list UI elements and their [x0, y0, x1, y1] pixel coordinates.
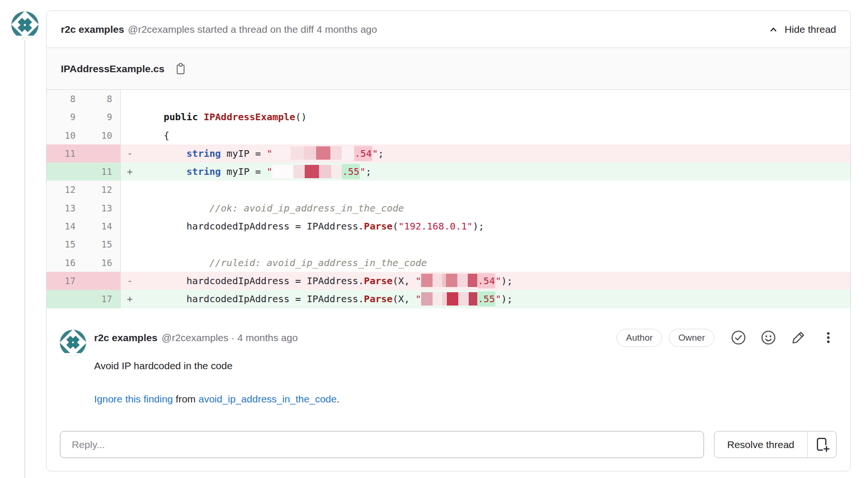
new-line-number[interactable]: 16: [84, 254, 121, 272]
code-token: IPAddressExample: [203, 111, 295, 123]
old-line-number[interactable]: [47, 163, 84, 181]
avatar-diamond: [72, 341, 80, 349]
old-line-number[interactable]: 15: [47, 235, 84, 253]
old-line-number[interactable]: 17: [47, 272, 84, 290]
new-line-number[interactable]: 12: [84, 181, 121, 199]
code-token: ": [495, 275, 501, 287]
diff-row: 88: [47, 90, 850, 108]
code-token: Parse: [364, 275, 393, 287]
author-badge: Author: [617, 329, 662, 347]
code-token: myIP =: [221, 166, 267, 177]
file-name: IPAddressExample.cs: [61, 63, 164, 75]
comment-author-avatar[interactable]: [60, 330, 86, 356]
code-token: ": [267, 148, 272, 159]
discussion-page: r2c examples@r2cexamples started a threa…: [0, 0, 868, 478]
thread-title: r2c examples@r2cexamples started a threa…: [61, 24, 377, 35]
code-line: //ok: avoid_ip_address_in_the_code: [141, 199, 850, 217]
diff-marker: [121, 199, 141, 217]
diff-row: 1616 //ruleid: avoid_ip_address_in_the_c…: [47, 254, 850, 272]
code-line: //ruleid: avoid_ip_address_in_the_code: [141, 254, 850, 272]
code-token: hardcodedIpAddress = IPAddress.: [141, 220, 364, 232]
new-line-number[interactable]: 11: [84, 163, 121, 181]
resolve-thread-button[interactable]: Resolve thread: [714, 431, 837, 458]
smiley-icon: [761, 330, 776, 345]
diff-marker: +: [121, 163, 141, 181]
thread-header: r2c examples@r2cexamples started a threa…: [47, 11, 850, 48]
diff-row: 1414 hardcodedIpAddress = IPAddress.Pars…: [47, 217, 850, 235]
code-token: string: [186, 166, 221, 177]
ignore-finding-line: Ignore this finding from avoid_ip_addres…: [94, 393, 837, 405]
new-line-number[interactable]: [84, 272, 121, 290]
copy-file-path-button[interactable]: [173, 61, 188, 76]
code-line: [141, 235, 850, 253]
resolve-check-button[interactable]: [731, 330, 746, 345]
old-line-number[interactable]: 16: [47, 254, 84, 272]
old-line-number[interactable]: 12: [47, 181, 84, 199]
comment-badges: Author Owner: [617, 329, 714, 347]
code-line: hardcodedIpAddress = IPAddress.Parse(X, …: [141, 272, 850, 290]
code-token: [198, 111, 203, 123]
code-token: //ok: avoid_ip_address_in_the_code: [141, 202, 404, 214]
diff-marker: [121, 235, 141, 253]
new-line-number[interactable]: 9: [84, 108, 121, 126]
avatar-diamond: [24, 23, 32, 32]
new-line-number[interactable]: 8: [84, 90, 121, 108]
kebab-menu-icon: [820, 330, 836, 345]
old-line-number[interactable]: 11: [47, 144, 84, 163]
old-line-number[interactable]: 13: [47, 199, 84, 217]
hide-thread-button[interactable]: Hide thread: [768, 24, 836, 35]
code-line: [141, 90, 850, 108]
code-token: hardcodedIpAddress = IPAddress.: [141, 293, 364, 305]
rule-link[interactable]: avoid_ip_address_in_the_code: [198, 393, 337, 404]
new-line-number[interactable]: 14: [84, 217, 121, 235]
comment-meta: @r2cexamples · 4 months ago: [162, 332, 298, 344]
diff-row: 17+ hardcodedIpAddress = IPAddress.Parse…: [47, 290, 850, 308]
chevron-up-icon: [768, 24, 779, 35]
code-token: "192.168.0.1": [398, 220, 473, 232]
code-token: Parse: [364, 293, 393, 305]
diff-marker: [121, 108, 141, 126]
diff-row: 11+ string myIP = ".55";: [47, 163, 850, 181]
create-issue-from-thread-button[interactable]: [808, 431, 836, 458]
edit-comment-button[interactable]: [791, 330, 806, 345]
comment: r2c examples @r2cexamples · 4 months ago…: [47, 329, 850, 405]
code-token: );: [501, 275, 512, 287]
redacted-ip: [272, 146, 354, 160]
new-line-number[interactable]: 10: [84, 126, 121, 144]
code-token: ;: [366, 166, 371, 177]
old-line-number[interactable]: 10: [47, 126, 84, 144]
more-actions-button[interactable]: [820, 330, 836, 345]
new-line-number[interactable]: [84, 144, 121, 163]
old-line-number[interactable]: [47, 290, 84, 308]
file-header: IPAddressExample.cs: [47, 48, 850, 90]
code-token: {: [141, 130, 169, 141]
ignore-finding-link[interactable]: Ignore this finding: [94, 393, 173, 404]
diff-row: 1313 //ok: avoid_ip_address_in_the_code: [47, 199, 850, 217]
diff-marker: [121, 217, 141, 235]
code-token: (): [295, 111, 307, 123]
resolve-thread-label: Resolve thread: [714, 431, 807, 458]
new-line-number[interactable]: 13: [84, 199, 121, 217]
code-token: (X,: [393, 293, 415, 305]
new-line-number[interactable]: 15: [84, 235, 121, 253]
code-token: string: [186, 148, 221, 159]
diff-table: 8899 public IPAddressExample()1010 {11- …: [47, 90, 850, 308]
diff-marker: [121, 254, 141, 272]
code-token: ": [495, 293, 501, 305]
new-line-number[interactable]: 17: [84, 290, 121, 308]
thread-author-avatar[interactable]: [11, 11, 39, 38]
old-line-number[interactable]: 14: [47, 217, 84, 235]
redacted-ip: [421, 274, 477, 287]
old-line-number[interactable]: 8: [47, 90, 84, 108]
owner-badge: Owner: [669, 329, 714, 347]
old-line-number[interactable]: 9: [47, 108, 84, 126]
copy-icon: [173, 61, 188, 76]
code-token: ": [360, 166, 366, 177]
code-token: (X,: [393, 275, 415, 287]
code-token: public: [164, 111, 198, 123]
code-line: public IPAddressExample(): [141, 108, 850, 126]
reply-input[interactable]: [60, 431, 704, 458]
add-reaction-button[interactable]: [761, 330, 776, 345]
diff-row: 1515: [47, 235, 850, 253]
diff-marker: [121, 126, 141, 144]
